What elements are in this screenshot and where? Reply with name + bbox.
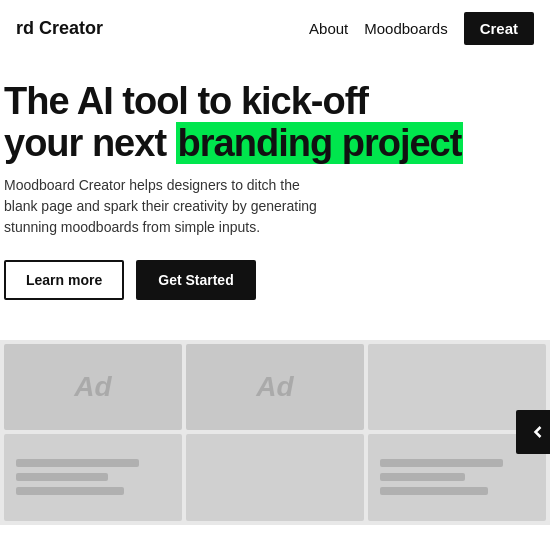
hero-buttons: Learn more Get Started [4, 260, 534, 300]
navbar: rd Creator About Moodboards Creat [0, 0, 550, 57]
moodboard-preview: Ad Ad [0, 340, 550, 525]
mood-line-1 [16, 459, 139, 467]
moodboard-cell-ad-2: Ad [186, 344, 364, 431]
moodboard-cell-empty-2 [186, 434, 364, 521]
mood-line-6 [380, 487, 488, 495]
nav-cta-button[interactable]: Creat [464, 12, 534, 45]
chevron-left-icon [528, 422, 548, 442]
nav-logo: rd Creator [16, 18, 103, 39]
learn-more-button[interactable]: Learn more [4, 260, 124, 300]
hero-title-highlight: branding project [176, 122, 464, 164]
hero-subtitle: Moodboard Creator helps designers to dit… [4, 175, 324, 238]
get-started-button[interactable]: Get Started [136, 260, 255, 300]
hero-title-line2-plain: your next [4, 122, 176, 164]
ad-label-1: Ad [74, 371, 111, 403]
mood-line-5 [380, 473, 465, 481]
moodboard-cell-ad-1: Ad [4, 344, 182, 431]
hero-section: The AI tool to kick-off your next brandi… [0, 57, 550, 340]
hero-title: The AI tool to kick-off your next brandi… [4, 81, 534, 165]
nav-links: About Moodboards Creat [309, 12, 534, 45]
hero-title-line1: The AI tool to kick-off [4, 80, 368, 122]
nav-link-about[interactable]: About [309, 20, 348, 37]
ad-label-2: Ad [256, 371, 293, 403]
mood-line-3 [16, 487, 124, 495]
moodboard-wrapper: Ad Ad [0, 340, 550, 525]
moodboard-cell-lines-1 [4, 434, 182, 521]
mood-line-4 [380, 459, 503, 467]
mood-line-2 [16, 473, 108, 481]
chevron-prev-button[interactable] [516, 410, 550, 454]
nav-link-moodboards[interactable]: Moodboards [364, 20, 447, 37]
